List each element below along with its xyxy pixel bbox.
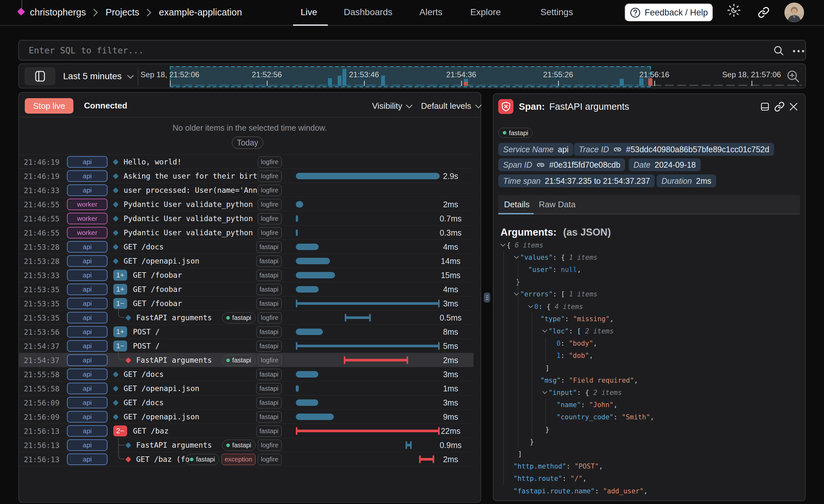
log-row[interactable]: 21:53:35api1+GET /foobarfastapi4ms: [19, 282, 474, 296]
json-token: :: [581, 401, 589, 409]
json-token: null: [561, 266, 577, 274]
tag-pill-api[interactable]: api: [67, 369, 107, 380]
tag-pill-api[interactable]: api: [67, 397, 107, 408]
feedback-help-button[interactable]: Feedback / Help: [624, 3, 713, 22]
tag-pill-worker[interactable]: worker: [67, 199, 107, 210]
chevron-down-icon[interactable]: [514, 254, 519, 259]
tag-pill-api[interactable]: api: [67, 411, 107, 423]
fastapi-badge: fastapi: [256, 383, 282, 394]
tag-pill-api[interactable]: api: [67, 284, 107, 295]
log-badges: logfire: [258, 157, 282, 168]
json-line: "input": { 2 items: [544, 386, 622, 399]
attribute-value: 2024-09-18: [655, 160, 696, 170]
children-count-chip[interactable]: 2−: [113, 425, 127, 436]
tab-raw-data[interactable]: Raw Data: [539, 200, 576, 209]
exception-badge: exception: [221, 454, 255, 465]
timeline-axis[interactable]: Sep 18, 21:52:0621:52:5621:53:4621:54:36…: [19, 64, 805, 88]
children-count-chip[interactable]: 1+: [113, 284, 127, 295]
sql-filter-bar[interactable]: Enter SQL to filter...: [18, 40, 806, 61]
chevron-down-icon[interactable]: [542, 389, 547, 394]
tag-pill-api[interactable]: api: [67, 156, 107, 168]
json-token: :: [561, 377, 569, 384]
tag-pill-api[interactable]: api: [67, 298, 107, 309]
tab-details[interactable]: Details: [504, 200, 529, 209]
chevron-down-icon[interactable]: [501, 241, 506, 246]
log-row[interactable]: 21:55:58apiGET /docsfastapi3ms: [19, 367, 474, 381]
log-row[interactable]: 21:53:28apiGET /openapi.jsonfastapi14ms: [19, 254, 474, 268]
search-icon[interactable]: [773, 45, 785, 56]
more-dots-icon[interactable]: [792, 45, 806, 57]
chevron-down-icon[interactable]: [542, 328, 547, 333]
log-row[interactable]: 21:46:55workerPydantic User validate_pyt…: [19, 211, 474, 225]
children-count-chip[interactable]: 1+: [113, 326, 127, 337]
log-badges: fastapi: [256, 298, 282, 309]
link-icon[interactable]: [774, 101, 785, 112]
log-row[interactable]: 21:53:28apiGET /docsfastapi4ms: [19, 239, 474, 254]
tag-pill-api[interactable]: api: [67, 453, 107, 465]
visibility-dropdown[interactable]: Visibility: [372, 101, 411, 111]
json-token: "body": [569, 339, 593, 347]
attribute-chip[interactable]: Span ID#0e31f5fd70e08cdb: [498, 158, 625, 171]
span-diamond-icon: [113, 386, 118, 391]
tag-pill-api[interactable]: api: [67, 184, 107, 196]
tag-pill-api[interactable]: api: [67, 439, 107, 451]
avatar[interactable]: [785, 3, 804, 22]
attribute-chip[interactable]: Trace ID#53ddc40980a86b57bfe89c1cc01c752…: [574, 143, 774, 156]
tag-pill-api[interactable]: api: [67, 255, 107, 267]
log-row[interactable]: 21:53:56api1+POST /fastapi8ms: [19, 324, 474, 338]
log-row[interactable]: 21:46:33apiuser processed: User(name='An…: [19, 183, 474, 197]
log-row[interactable]: 21:56:13api2−GET /bazfastapi22ms: [19, 423, 474, 438]
tag-pill-api[interactable]: api: [67, 355, 107, 366]
zoom-in-icon[interactable]: [786, 69, 801, 84]
json-token: "type": [540, 315, 565, 323]
log-time: 21:53:35: [24, 314, 60, 322]
panel-resize-handle[interactable]: [484, 293, 490, 303]
today-button[interactable]: Today: [232, 136, 263, 149]
tag-pill-api[interactable]: api: [67, 312, 107, 323]
tag-pill-api[interactable]: api: [67, 170, 107, 182]
stop-live-button[interactable]: Stop live: [25, 98, 73, 114]
tag-pill-worker[interactable]: worker: [67, 227, 107, 238]
log-row[interactable]: 21:54:37api1−POST /fastapi5ms: [19, 338, 474, 353]
log-row[interactable]: 21:46:19apiAsking the user for their bir…: [19, 169, 474, 183]
share-link-icon[interactable]: [758, 6, 769, 18]
tag-pill-api[interactable]: api: [67, 269, 107, 281]
duration-bar: [296, 258, 330, 264]
json-line: "type": "missing",: [540, 312, 614, 325]
tag-pill-worker[interactable]: worker: [67, 213, 107, 224]
attribute-chip[interactable]: Date2024-09-18: [629, 158, 701, 171]
children-count-chip[interactable]: 1+: [113, 270, 127, 281]
tag-pill-api[interactable]: api: [67, 383, 107, 394]
log-row[interactable]: 21:56:13apiGET /baz (fofastapiexceptionl…: [19, 452, 474, 466]
tag-pill-api[interactable]: api: [67, 241, 107, 253]
log-row[interactable]: 21:53:33api1+GET /foobarfastapi15ms: [19, 268, 474, 282]
log-message: Pydantic User validate_python: [124, 228, 253, 237]
log-row[interactable]: 21:53:35api1−GET /foobarfastapi3ms: [19, 296, 474, 310]
log-row[interactable]: 21:53:35apiFastAPI argumentsfastapilogfi…: [19, 310, 474, 324]
error-diamond-icon: [125, 357, 131, 363]
panel-bottom-icon[interactable]: [760, 102, 769, 111]
log-row[interactable]: 21:54:37apiFastAPI argumentsfastapilogfi…: [19, 353, 474, 367]
span-diamond-icon: [113, 230, 118, 235]
tag-pill-api[interactable]: api: [67, 326, 107, 337]
duration-bar: [296, 399, 318, 406]
log-row[interactable]: 21:56:09apiGET /openapi.jsonfastapi9ms: [19, 409, 474, 423]
log-row[interactable]: 21:46:55workerPydantic User validate_pyt…: [19, 197, 474, 211]
close-icon[interactable]: [789, 102, 798, 111]
log-row[interactable]: 21:46:19apiHello, world!logfire: [19, 155, 474, 169]
tag-pill-api[interactable]: api: [67, 340, 107, 352]
chevron-down-icon[interactable]: [528, 303, 533, 308]
theme-toggle-icon[interactable]: [726, 3, 741, 18]
attribute-chip[interactable]: Duration2ms: [657, 175, 716, 187]
selection-window[interactable]: [170, 66, 651, 87]
attribute-chip[interactable]: Service Nameapi: [498, 143, 573, 156]
log-row[interactable]: 21:56:13apiFastAPI argumentsfastapilogfi…: [19, 438, 474, 452]
default-levels-dropdown[interactable]: Default levels: [421, 101, 480, 111]
log-message: GET /foobar: [133, 285, 182, 294]
log-row[interactable]: 21:56:09apiGET /docsfastapi3ms: [19, 395, 474, 409]
attribute-chip[interactable]: Time span21:54:37.235 to 21:54:37.237: [498, 175, 655, 187]
tag-pill-api[interactable]: api: [67, 425, 107, 437]
log-row[interactable]: 21:46:55workerPydantic User validate_pyt…: [19, 225, 474, 239]
histogram-bar-blue: [620, 79, 624, 86]
log-row[interactable]: 21:55:58apiGET /openapi.jsonfastapi1ms: [19, 381, 474, 395]
